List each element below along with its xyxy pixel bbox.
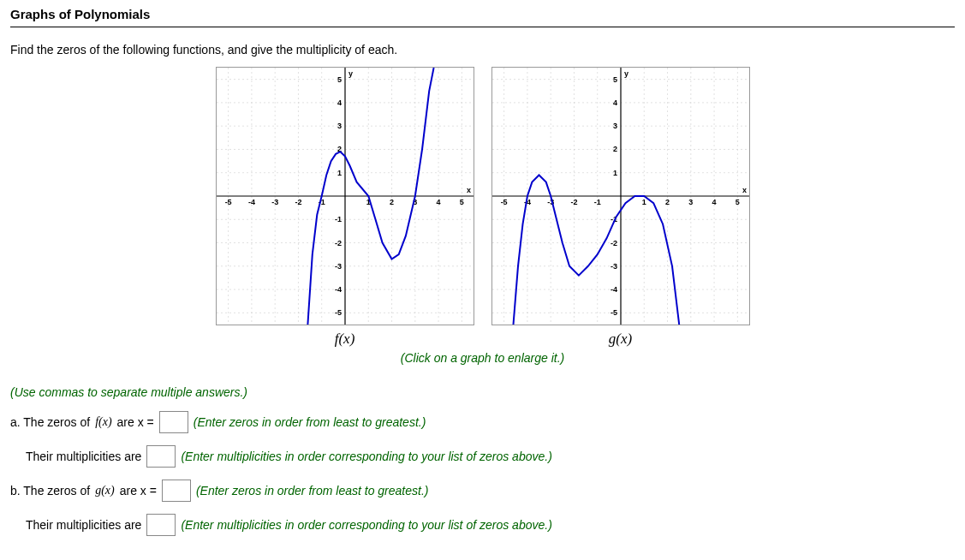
part-b-zeros-row: b. The zeros of g(x) are x = (Enter zero… (10, 480, 955, 502)
svg-text:3: 3 (688, 198, 693, 206)
svg-text:4: 4 (337, 98, 341, 107)
svg-text:y: y (348, 69, 353, 78)
svg-text:-5: -5 (224, 198, 231, 206)
svg-text:5: 5 (735, 198, 739, 206)
svg-text:-5: -5 (500, 198, 507, 206)
svg-text:4: 4 (436, 198, 440, 206)
svg-text:-3: -3 (334, 262, 341, 271)
svg-text:-2: -2 (610, 239, 617, 247)
part-b-mult-label: Their multiplicities are (26, 518, 141, 532)
svg-text:-3: -3 (271, 198, 278, 206)
svg-text:-3: -3 (610, 262, 617, 271)
svg-text:1: 1 (641, 198, 646, 206)
part-b-mult-hint: (Enter multiplicities in order correspon… (181, 518, 551, 532)
part-a-zeros-row: a. The zeros of f(x) are x = (Enter zero… (10, 411, 955, 433)
instruction-text: Find the zeros of the following function… (10, 43, 955, 57)
page-title: Graphs of Polynomials (10, 7, 955, 27)
svg-text:2: 2 (665, 198, 670, 206)
part-a-fn: f(x) (95, 415, 111, 429)
svg-text:3: 3 (337, 122, 341, 130)
svg-text:-2: -2 (334, 239, 341, 247)
svg-text:1: 1 (612, 169, 617, 177)
svg-text:-4: -4 (247, 198, 254, 206)
svg-text:3: 3 (612, 122, 617, 130)
part-a-zeros-input[interactable] (159, 411, 188, 433)
svg-text:5: 5 (459, 198, 463, 206)
graph-g[interactable]: -5-4-3-2-112345-5-4-3-2-112345yx (491, 67, 750, 325)
part-b-mult-input[interactable] (146, 514, 176, 536)
svg-text:5: 5 (337, 75, 341, 84)
svg-text:-4: -4 (334, 285, 341, 294)
svg-text:-4: -4 (610, 285, 617, 294)
part-a-after: are x = (117, 415, 154, 429)
graphs-container: -5-4-3-2-112345-5-4-3-2-112345yx f(x) -5… (10, 67, 955, 348)
svg-text:-1: -1 (334, 215, 341, 223)
svg-text:-2: -2 (570, 198, 577, 206)
part-b-fn: g(x) (95, 484, 115, 497)
svg-text:1: 1 (337, 169, 341, 177)
part-b-zeros-input[interactable] (162, 480, 191, 502)
part-b-mult-row: Their multiplicities are (Enter multipli… (26, 514, 955, 536)
svg-text:2: 2 (390, 198, 394, 206)
svg-text:-5: -5 (610, 308, 617, 317)
part-a-mult-input[interactable] (146, 445, 176, 468)
part-a-mult-row: Their multiplicities are (Enter multipli… (26, 445, 955, 468)
svg-text:y: y (624, 69, 628, 78)
part-a-label: a. The zeros of (10, 415, 90, 429)
svg-text:2: 2 (612, 145, 617, 153)
part-a-zeros-hint: (Enter zeros in order from least to grea… (194, 415, 426, 429)
part-a-mult-label: Their multiplicities are (26, 450, 141, 463)
part-a-mult-hint: (Enter multiplicities in order correspon… (181, 450, 551, 463)
svg-text:-2: -2 (295, 198, 301, 206)
click-graph-note: (Click on a graph to enlarge it.) (10, 351, 955, 365)
part-b-label: b. The zeros of (10, 484, 90, 497)
svg-text:-1: -1 (593, 198, 600, 206)
svg-text:5: 5 (612, 75, 617, 84)
part-b-zeros-hint: (Enter zeros in order from least to grea… (196, 484, 429, 497)
svg-text:4: 4 (712, 198, 716, 206)
graph-f-label: f(x) (335, 331, 355, 348)
svg-text:4: 4 (612, 98, 617, 107)
svg-text:x: x (742, 186, 747, 194)
svg-text:x: x (467, 186, 471, 194)
part-b-after: are x = (120, 484, 157, 497)
graph-g-label: g(x) (609, 331, 632, 348)
separate-hint: (Use commas to separate multiple answers… (10, 385, 955, 399)
graph-f[interactable]: -5-4-3-2-112345-5-4-3-2-112345yx (216, 67, 474, 325)
svg-text:-5: -5 (334, 308, 341, 317)
